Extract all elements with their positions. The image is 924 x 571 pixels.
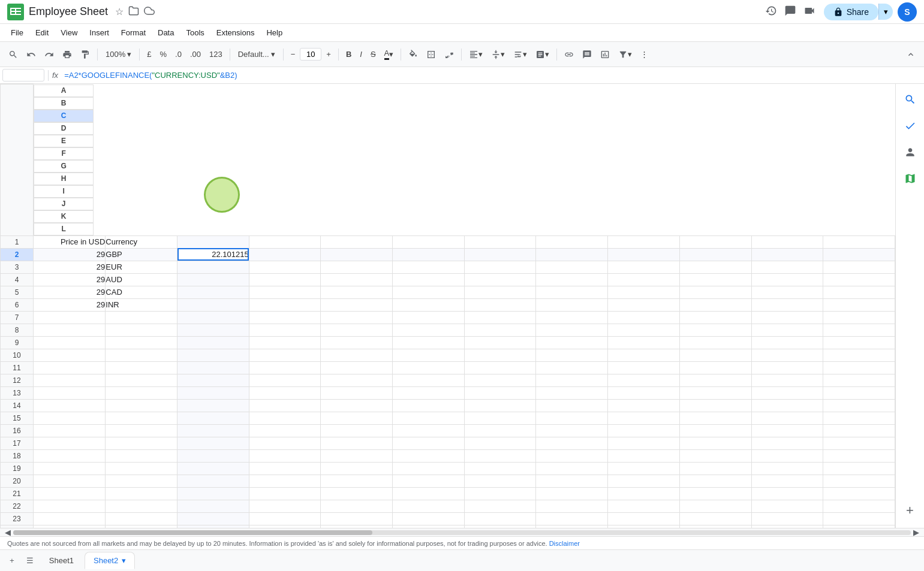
cell-G22[interactable] (464, 500, 536, 512)
cell-B13[interactable] (106, 386, 177, 399)
cell-G14[interactable] (464, 399, 536, 412)
cell-C18[interactable] (177, 449, 249, 462)
row-number-22[interactable]: 22 (1, 500, 34, 512)
cell-J12[interactable] (679, 374, 751, 386)
col-header-H[interactable]: H (34, 173, 94, 185)
cell-L7[interactable] (823, 311, 895, 324)
tab-sheet2[interactable]: Sheet2 ▾ (85, 552, 135, 569)
history-button[interactable] (762, 1, 781, 23)
menu-view[interactable]: View (55, 26, 83, 40)
cell-K8[interactable] (751, 324, 823, 336)
cell-J9[interactable] (679, 336, 751, 349)
cell-F2[interactable] (393, 248, 465, 261)
cell-A24[interactable] (34, 525, 106, 528)
col-header-L[interactable]: L (34, 223, 94, 235)
cell-C5[interactable] (177, 286, 249, 298)
cell-J24[interactable] (679, 525, 751, 528)
cell-J15[interactable] (679, 412, 751, 424)
cell-G13[interactable] (464, 386, 536, 399)
cell-G4[interactable] (464, 273, 536, 286)
cell-I22[interactable] (608, 500, 680, 512)
cell-H6[interactable] (536, 298, 608, 311)
cell-D15[interactable] (249, 412, 321, 424)
cell-L11[interactable] (823, 361, 895, 374)
row-number-11[interactable]: 11 (1, 361, 34, 374)
cell-F24[interactable] (393, 525, 465, 528)
cell-C12[interactable] (177, 374, 249, 386)
cell-F8[interactable] (393, 324, 465, 336)
cell-H10[interactable] (536, 349, 608, 361)
cell-D5[interactable] (249, 286, 321, 298)
cell-A20[interactable] (34, 475, 106, 487)
cell-D1[interactable] (249, 235, 321, 248)
cell-B9[interactable] (106, 336, 177, 349)
row-number-21[interactable]: 21 (1, 487, 34, 500)
cell-G17[interactable] (464, 437, 536, 449)
text-rotation-button[interactable]: ▾ (532, 47, 553, 62)
cell-J23[interactable] (679, 512, 751, 525)
cell-I16[interactable] (608, 424, 680, 437)
cell-C16[interactable] (177, 424, 249, 437)
row-number-17[interactable]: 17 (1, 437, 34, 449)
search-button[interactable] (5, 47, 22, 62)
cell-I8[interactable] (608, 324, 680, 336)
cell-A10[interactable] (34, 349, 106, 361)
grid-container[interactable]: A B C D E F G H I J K L 1Price (0, 84, 895, 528)
cell-L13[interactable] (823, 386, 895, 399)
cell-K6[interactable] (751, 298, 823, 311)
cell-F7[interactable] (393, 311, 465, 324)
cell-I15[interactable] (608, 412, 680, 424)
cell-K3[interactable] (751, 261, 823, 273)
cell-F17[interactable] (393, 437, 465, 449)
cell-H8[interactable] (536, 324, 608, 336)
redo-button[interactable] (41, 47, 58, 62)
video-button[interactable] (800, 1, 819, 23)
cell-H13[interactable] (536, 386, 608, 399)
cell-E23[interactable] (321, 512, 393, 525)
cell-K4[interactable] (751, 273, 823, 286)
cell-B4[interactable]: AUD (106, 273, 177, 286)
cell-F9[interactable] (393, 336, 465, 349)
cell-D8[interactable] (249, 324, 321, 336)
cell-E8[interactable] (321, 324, 393, 336)
menu-data[interactable]: Data (152, 26, 180, 40)
star-icon[interactable]: ☆ (115, 6, 124, 17)
cell-F4[interactable] (393, 273, 465, 286)
cell-A4[interactable]: 29 (34, 273, 106, 286)
cell-B3[interactable]: EUR (106, 261, 177, 273)
cell-B23[interactable] (106, 512, 177, 525)
cell-H22[interactable] (536, 500, 608, 512)
menu-extensions[interactable]: Extensions (210, 26, 261, 40)
cell-K9[interactable] (751, 336, 823, 349)
cell-H16[interactable] (536, 424, 608, 437)
cell-E10[interactable] (321, 349, 393, 361)
cell-I20[interactable] (608, 475, 680, 487)
cell-G3[interactable] (464, 261, 536, 273)
cell-C9[interactable] (177, 336, 249, 349)
cell-G2[interactable] (464, 248, 536, 261)
cell-E16[interactable] (321, 424, 393, 437)
cell-F23[interactable] (393, 512, 465, 525)
font-size-decrease-button[interactable]: − (287, 47, 299, 62)
cell-I11[interactable] (608, 361, 680, 374)
cell-D19[interactable] (249, 462, 321, 475)
decimal-decrease-button[interactable]: .0 (171, 47, 185, 62)
cell-A15[interactable] (34, 412, 106, 424)
sidebar-map-button[interactable] (899, 168, 921, 189)
cell-K7[interactable] (751, 311, 823, 324)
cell-F11[interactable] (393, 361, 465, 374)
col-header-D[interactable]: D (34, 122, 94, 135)
cell-G8[interactable] (464, 324, 536, 336)
fill-color-button[interactable] (405, 47, 422, 62)
cell-D9[interactable] (249, 336, 321, 349)
cell-K1[interactable] (751, 235, 823, 248)
cell-D10[interactable] (249, 349, 321, 361)
cell-A7[interactable] (34, 311, 106, 324)
cell-B1[interactable]: Currency (106, 235, 177, 248)
currency-button[interactable]: £ (143, 47, 155, 62)
cell-E3[interactable] (321, 261, 393, 273)
cell-F12[interactable] (393, 374, 465, 386)
row-number-24[interactable]: 24 (1, 525, 34, 528)
cell-F22[interactable] (393, 500, 465, 512)
cell-C4[interactable] (177, 273, 249, 286)
